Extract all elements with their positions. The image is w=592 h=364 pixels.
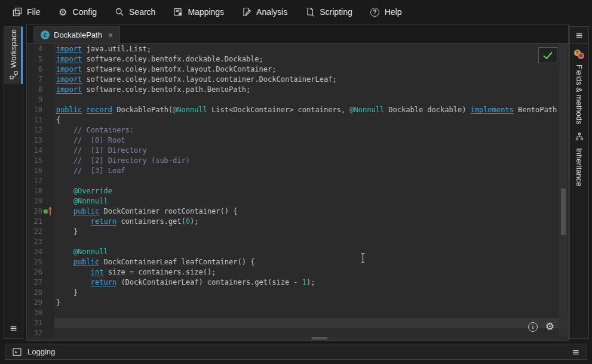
decompile-success-button[interactable] <box>538 47 557 63</box>
line-number: 17 <box>30 176 42 186</box>
code-line[interactable]: 12 // Containers: <box>27 125 568 135</box>
code-line[interactable]: 9 <box>27 95 568 105</box>
tab-label: DockablePath <box>54 30 102 39</box>
menu-label: File <box>27 7 41 17</box>
code-line[interactable]: 19 @Nonnull <box>27 196 568 206</box>
search-icon <box>114 7 124 17</box>
menu-config[interactable]: ⚙ Config <box>58 7 97 17</box>
code-text: @Override <box>56 186 112 196</box>
editor-tabbar: c DockablePath × <box>27 24 568 44</box>
code-line[interactable]: 15 // [2] Directory (sub-dir) <box>27 156 568 166</box>
sidebar-tab-inheritance[interactable]: Inheritance <box>570 124 588 186</box>
line-number: 9 <box>30 95 42 105</box>
close-icon[interactable]: × <box>108 30 113 40</box>
line-number: 7 <box>30 75 42 85</box>
menu-search[interactable]: Search <box>114 7 155 17</box>
workspace-tab-label: Workspace <box>9 29 18 68</box>
code-line[interactable]: 32 <box>27 328 568 337</box>
code-line[interactable]: 29} <box>27 298 568 308</box>
vertical-scrollbar <box>559 44 568 337</box>
right-sidebar: ≡ f m Fields & methods Inheritance <box>569 26 589 339</box>
code-line[interactable]: 17 <box>27 176 568 186</box>
sidebar-tab-fields-methods[interactable]: f m Fields & methods <box>570 44 588 124</box>
class-icon: c <box>41 30 50 39</box>
sidebar-tab-workspace[interactable]: Workspace <box>4 27 23 84</box>
code-line[interactable]: 10public record DockablePath(@Nonnull Li… <box>27 105 568 115</box>
code-line[interactable]: 5import software.coley.bentofx.dockable.… <box>27 54 568 64</box>
line-number: 8 <box>30 85 42 95</box>
code-line[interactable]: 30 <box>27 308 568 318</box>
tab-dockablepath[interactable]: c DockablePath × <box>33 26 120 43</box>
line-number: 26 <box>30 267 42 277</box>
code-text: import software.coley.bentofx.dockable.D… <box>56 54 263 64</box>
info-icon[interactable]: i <box>528 322 538 332</box>
code-line[interactable]: 4import java.util.List; <box>27 44 568 54</box>
code-line[interactable]: 6import software.coley.bentofx.layout.Do… <box>27 64 568 75</box>
line-number: 18 <box>30 186 42 196</box>
code-text: return containers.get(0); <box>56 217 198 227</box>
line-number: 12 <box>30 125 42 135</box>
menu-analysis[interactable]: Analysis <box>241 7 287 17</box>
code-text: // [3] Leaf <box>56 166 125 176</box>
line-number: 23 <box>30 237 42 247</box>
code-line[interactable]: 25 public DockContainerLeaf leafContaine… <box>27 257 568 267</box>
code-line[interactable]: 21 return containers.get(0); <box>27 217 568 227</box>
menu-label: Search <box>129 7 155 17</box>
editor-config-gear-icon[interactable]: ⚙ <box>545 322 554 332</box>
menu-file[interactable]: File <box>12 7 41 17</box>
vertical-scrollbar-thumb[interactable] <box>561 189 566 235</box>
code-line[interactable]: 11{ <box>27 115 568 125</box>
menu-label: Analysis <box>256 7 287 17</box>
code-text: int size = containers.size(); <box>56 267 216 277</box>
line-number: 4 <box>30 44 42 54</box>
code-text: } <box>56 288 78 298</box>
code-line[interactable]: 27 return (DockContainerLeaf) containers… <box>27 277 568 288</box>
script-page-icon <box>305 7 315 17</box>
inheritance-label: Inheritance <box>575 148 584 186</box>
code-text: import software.coley.bentofx.layout.Doc… <box>56 64 276 75</box>
line-number: 31 <box>30 318 42 328</box>
menu-label: Mappings <box>188 7 224 17</box>
line-number: 15 <box>30 156 42 166</box>
code-line[interactable]: 7import software.coley.bentofx.layout.co… <box>27 75 568 85</box>
document-pen-icon <box>241 7 251 17</box>
code-text: // [2] Directory (sub-dir) <box>56 156 190 166</box>
menu-scripting[interactable]: Scripting <box>305 7 352 17</box>
code-line[interactable]: 20 public DockContainer rootContainer() … <box>27 206 568 217</box>
code-text: public record DockablePath(@Nonnull List… <box>56 105 557 115</box>
code-line[interactable]: 24 @Nonnull <box>27 247 568 257</box>
code-line[interactable]: 23 <box>27 237 568 247</box>
left-sidebar: Workspace ≡ <box>4 26 23 339</box>
code-line[interactable]: 22 } <box>27 227 568 237</box>
code-text: @Nonnull <box>56 196 108 206</box>
logging-panel-header[interactable]: Logging ≡ <box>5 344 587 360</box>
code-line[interactable]: 26 int size = containers.size(); <box>27 267 568 277</box>
menu-mappings[interactable]: Mappings <box>173 7 224 17</box>
book-tag-icon <box>173 7 183 17</box>
code-text: @Nonnull <box>56 247 108 257</box>
window-panes-icon <box>12 7 22 17</box>
horizontal-scrollbar-thumb[interactable] <box>312 337 327 340</box>
code-line[interactable]: 16 // [3] Leaf <box>27 166 568 176</box>
code-line[interactable]: 18 @Override <box>27 186 568 196</box>
code-text: import java.util.List; <box>56 44 151 54</box>
code-line[interactable]: 8import software.coley.bentofx.path.Bent… <box>27 85 568 95</box>
line-number: 6 <box>30 64 42 75</box>
line-number: 10 <box>30 105 42 115</box>
fields-methods-icon: f m <box>574 50 585 60</box>
line-number: 29 <box>30 298 42 308</box>
code-line[interactable]: 31 <box>27 318 568 328</box>
line-number: 27 <box>30 277 42 288</box>
line-number: 16 <box>30 166 42 176</box>
code-text: return (DockContainerLeaf) containers.ge… <box>56 277 315 288</box>
code-line[interactable]: 28 } <box>27 288 568 298</box>
right-sidebar-menu-button[interactable]: ≡ <box>570 27 588 44</box>
gear-icon: ⚙ <box>58 7 68 17</box>
logging-menu-button[interactable]: ≡ <box>572 347 579 357</box>
app-window: File ⚙ Config Search Mappings <box>0 0 592 364</box>
left-sidebar-menu-button[interactable]: ≡ <box>4 323 23 334</box>
code-line[interactable]: 14 // [1] Directory <box>27 146 568 156</box>
code-line[interactable]: 13 // [0] Root <box>27 135 568 146</box>
menu-help[interactable]: ? Help <box>370 7 402 17</box>
override-marker-icon[interactable] <box>43 208 51 215</box>
